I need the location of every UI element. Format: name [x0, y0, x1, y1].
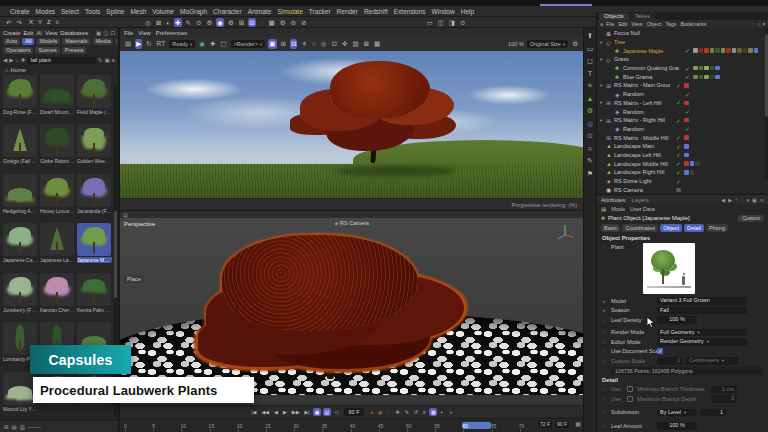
material-tag[interactable]	[704, 75, 709, 80]
toolbar-icon[interactable]: ✎	[185, 18, 192, 27]
material-tag[interactable]	[684, 101, 689, 106]
axis-toggle[interactable]: ⌗	[55, 18, 60, 27]
toolbar-icon[interactable]: ⊖	[290, 18, 297, 27]
plant-asset[interactable]: Dog-Rose (Fall Plant)	[2, 74, 39, 121]
attr-tab-chip[interactable]: Detail	[684, 224, 704, 232]
material-tag[interactable]	[748, 48, 753, 53]
tool-icon[interactable]: ⚙	[587, 107, 593, 115]
material-tag[interactable]	[693, 66, 698, 71]
menu-item[interactable]: Spline	[103, 8, 127, 15]
asset-menu-item[interactable]: View	[45, 30, 57, 36]
plant-thumbnail[interactable]	[3, 223, 37, 256]
anim-dot-icon[interactable]: ○	[602, 348, 611, 354]
enable-check[interactable]: ✓	[676, 151, 684, 158]
rv-toolbar-icon[interactable]: ▥	[351, 39, 359, 49]
tab-attributes[interactable]: Attributes	[601, 197, 626, 203]
tool-icon[interactable]: ⌗	[588, 145, 592, 153]
subdivision-level-field[interactable]: 1	[700, 409, 726, 417]
visibility-dots[interactable]: :	[670, 56, 676, 62]
layout-icon[interactable]: ▭	[425, 18, 433, 27]
om-icon[interactable]: ⌂	[757, 21, 760, 27]
rv-toolbar-icon[interactable]: ○	[311, 39, 317, 49]
material-tag[interactable]	[699, 48, 704, 53]
leaf-amount-field[interactable]: 100 %	[657, 422, 697, 430]
timeline-tick[interactable]: 40	[350, 422, 378, 429]
rv-toolbar-icon[interactable]: ▶	[135, 39, 142, 49]
object-name[interactable]: Landscape Left Hill	[614, 152, 670, 158]
material-tag[interactable]	[715, 75, 720, 80]
size-dropdown[interactable]: Original Size	[527, 40, 568, 48]
material-tag[interactable]	[710, 48, 715, 53]
material-tag[interactable]	[726, 48, 731, 53]
visibility-dots[interactable]: :	[670, 30, 676, 36]
timeline-tick[interactable]: 45	[378, 422, 406, 429]
object-row[interactable]: ◈ Random : ✓	[597, 107, 768, 116]
plant-thumbnail[interactable]	[77, 223, 111, 256]
object-name[interactable]: RS Dome Light	[614, 178, 670, 184]
om-icon[interactable]: ◌	[752, 21, 755, 27]
timeline-ruler[interactable]: 0510152025303540455055606570 72 F 90 F ▦	[120, 418, 583, 432]
enable-check[interactable]: ✓	[676, 160, 684, 167]
material-tag[interactable]	[732, 48, 737, 53]
object-name[interactable]: Grass	[614, 56, 670, 62]
toolbar-icon[interactable]: ⚙	[279, 18, 287, 27]
object-name[interactable]: RS Matrix - Right Hill	[614, 117, 670, 123]
timeline-tick[interactable]: 25	[265, 422, 293, 429]
toolbar-icon[interactable]: ◎	[144, 18, 152, 27]
material-tag[interactable]	[715, 66, 720, 71]
leaf-density-field[interactable]: 100 %	[657, 316, 697, 324]
object-name[interactable]: Random	[623, 109, 679, 115]
record-button[interactable]: ○	[386, 408, 392, 416]
timeline-tick[interactable]: 15	[209, 422, 237, 429]
gear-icon[interactable]: ⚙	[571, 39, 579, 49]
toolbar-icon[interactable]: ⊠	[155, 18, 162, 27]
rv-toolbar-icon[interactable]: ▣	[268, 39, 276, 49]
menu-item[interactable]: Select	[58, 8, 82, 15]
menu-icon[interactable]: ≡	[112, 57, 115, 63]
asset-menu-item[interactable]: Create	[3, 30, 20, 36]
perspective-viewport[interactable]: ▤ Perspective Place ◉RS Camera	[120, 210, 583, 405]
object-name[interactable]: Focus Null	[614, 30, 670, 36]
enable-check[interactable]: ✓	[685, 65, 693, 72]
object-name[interactable]: Random	[623, 91, 679, 97]
om-menu-item[interactable]: File	[606, 21, 614, 27]
tab-takes[interactable]: Takes	[630, 13, 655, 20]
tool-icon[interactable]: ⚑	[587, 170, 593, 178]
layout-icon[interactable]: ◨	[448, 18, 456, 27]
plant-asset[interactable]: Juneberry (Fall Plant)	[2, 272, 39, 319]
attr-nav-icon[interactable]: ◀	[721, 197, 725, 203]
material-tag[interactable]	[754, 48, 759, 53]
playback-button[interactable]: ◀◀	[260, 408, 271, 416]
visibility-dots[interactable]: :	[670, 39, 676, 45]
asset-menu-item[interactable]: Edit	[23, 30, 33, 36]
back-icon[interactable]: ◀	[3, 57, 7, 63]
plant-thumbnail[interactable]	[3, 124, 37, 157]
timeline-tick[interactable]: 20	[237, 422, 265, 429]
enable-check[interactable]: ✓	[676, 99, 684, 106]
playback-button[interactable]: ◀	[273, 408, 280, 416]
object-row[interactable]: ▾ ◇ Tree :	[597, 38, 768, 47]
tool-icon[interactable]: T	[588, 70, 592, 78]
plant-thumbnail[interactable]	[40, 174, 74, 207]
rv-toolbar-icon[interactable]: ◉	[198, 39, 206, 49]
renderer-dropdown[interactable]: <Render>	[231, 40, 266, 48]
object-row[interactable]: ♣ Common Quaking Grass : ✓	[597, 64, 768, 73]
filter-chip[interactable]: Presets	[62, 47, 87, 55]
zoom-level[interactable]: 100 %	[508, 41, 524, 47]
window-icon[interactable]: ⊡	[110, 30, 115, 36]
record-button[interactable]: ●	[369, 408, 375, 416]
anim-toggle[interactable]: ▣	[313, 408, 321, 416]
object-row[interactable]: ▾ ⊞ RS Matrix - Main Ground : ✓	[597, 81, 768, 90]
filter-chip[interactable]: Auto	[3, 38, 20, 46]
plant-preview[interactable]	[643, 243, 695, 294]
attr-nav-icon[interactable]: ▾	[747, 197, 750, 203]
keying-button[interactable]: ↺	[412, 408, 419, 416]
rv-menu-item[interactable]: View	[138, 30, 150, 36]
rendered-image[interactable]	[120, 51, 583, 198]
rv-toolbar-icon[interactable]: ▢	[219, 39, 227, 49]
material-tag[interactable]	[710, 66, 715, 71]
toolbar-icon[interactable]: ✚	[174, 18, 181, 27]
toolbar-icon[interactable]: ▦	[268, 18, 276, 27]
attr-nav-icon[interactable]: ▣	[752, 197, 757, 203]
playback-button[interactable]: |◀	[250, 408, 258, 416]
